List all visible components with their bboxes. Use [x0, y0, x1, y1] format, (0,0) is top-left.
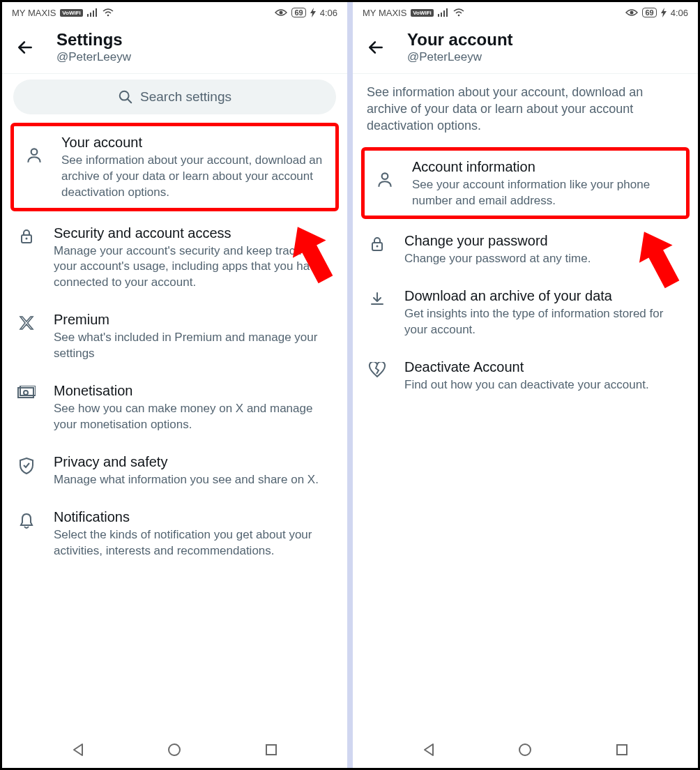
page-header: Settings @PeterLeeyw: [2, 23, 347, 74]
page-header: Your account @PeterLeeyw: [353, 23, 698, 74]
nav-back-button[interactable]: [417, 738, 441, 762]
annotation-highlight-box: Account information See your account inf…: [361, 147, 690, 220]
annotation-highlight-box: Your account See information about your …: [10, 123, 339, 211]
item-desc: See your account information like your p…: [412, 177, 680, 209]
settings-item-premium[interactable]: Premium See what's included in Premium a…: [2, 301, 347, 372]
arrow-left-icon: [16, 38, 34, 56]
x-logo-icon: [16, 315, 37, 331]
svg-rect-19: [446, 8, 448, 17]
svg-point-24: [376, 246, 379, 248]
person-icon: [24, 146, 45, 164]
page-title: Settings: [56, 30, 336, 50]
item-title: Privacy and safety: [54, 453, 333, 471]
download-icon: [367, 291, 388, 308]
clock-label: 4:06: [320, 8, 337, 18]
android-nav-bar: [353, 732, 698, 768]
svg-point-10: [26, 237, 28, 239]
wifi-icon: [102, 8, 114, 17]
annotation-arrow-icon: [634, 228, 683, 291]
nav-home-button[interactable]: [513, 738, 537, 762]
status-bar: MY MAXIS VoWiFi 69 4:06: [2, 2, 347, 23]
svg-point-8: [31, 149, 38, 155]
svg-rect-17: [441, 13, 442, 17]
bolt-icon: [661, 8, 667, 17]
search-placeholder: Search settings: [140, 89, 231, 105]
svg-rect-18: [443, 10, 445, 17]
search-icon: [118, 89, 133, 105]
carrier-label: MY MAXIS: [363, 8, 406, 18]
eye-icon: [275, 8, 287, 17]
back-button[interactable]: [13, 36, 37, 59]
battery-badge: 69: [291, 8, 305, 17]
status-bar: MY MAXIS VoWiFi 69 4:06: [353, 2, 698, 23]
page-subtitle: @PeterLeeyw: [407, 50, 687, 65]
heartbreak-icon: [367, 362, 388, 379]
settings-item-privacy[interactable]: Privacy and safety Manage what informati…: [2, 443, 347, 498]
svg-rect-16: [438, 14, 439, 17]
item-desc: See what's included in Premium and manag…: [54, 330, 333, 362]
svg-rect-1: [90, 13, 91, 17]
item-title: Notifications: [54, 508, 333, 526]
settings-item-monetisation[interactable]: Monetisation See how you can make money …: [2, 372, 347, 443]
screenshot-divider: [347, 2, 353, 768]
wifi-icon: [453, 8, 464, 17]
item-desc: Find out how you can deactivate your acc…: [404, 377, 684, 393]
signal-icon: [87, 8, 98, 17]
settings-item-your-account[interactable]: Your account See information about your …: [20, 133, 330, 201]
page-description: See information about your account, down…: [353, 74, 698, 144]
item-title: Your account: [61, 133, 330, 151]
item-title: Monetisation: [54, 382, 333, 400]
shield-check-icon: [16, 457, 37, 475]
nav-back-button[interactable]: [66, 738, 90, 762]
svg-point-22: [382, 173, 388, 179]
nav-recents-button[interactable]: [610, 738, 634, 762]
svg-rect-3: [96, 8, 97, 17]
vowifi-badge: VoWiFi: [411, 9, 433, 17]
nav-home-button[interactable]: [162, 738, 186, 762]
annotation-arrow-icon: [288, 223, 337, 286]
back-button[interactable]: [364, 36, 388, 59]
settings-list: Your account See information about your …: [2, 120, 347, 732]
item-title: Deactivate Account: [404, 358, 684, 376]
key-lock-icon: [367, 236, 388, 252]
phone-screenshot-right: MY MAXIS VoWiFi 69 4:06 Your account: [353, 2, 698, 768]
svg-rect-26: [617, 745, 627, 755]
bolt-icon: [310, 8, 316, 17]
svg-line-7: [128, 99, 131, 103]
svg-point-5: [280, 11, 283, 15]
svg-point-4: [107, 15, 109, 17]
item-title: Premium: [54, 310, 333, 329]
search-input[interactable]: Search settings: [13, 80, 336, 114]
item-desc: See how you can make money on X and mana…: [54, 401, 333, 433]
person-icon: [374, 170, 395, 188]
svg-point-25: [519, 744, 531, 755]
account-item-information[interactable]: Account information See your account inf…: [370, 158, 680, 209]
eye-icon: [625, 8, 638, 17]
item-desc: Get insights into the type of informatio…: [404, 306, 684, 338]
svg-point-21: [630, 11, 634, 15]
bell-icon: [16, 512, 37, 530]
signal-icon: [438, 8, 449, 17]
item-title: Account information: [412, 158, 680, 176]
lock-icon: [16, 228, 37, 245]
account-list: Account information See your account inf…: [353, 144, 698, 732]
svg-rect-2: [93, 10, 94, 17]
svg-point-20: [457, 15, 459, 17]
clock-label: 4:06: [671, 8, 688, 18]
vowifi-badge: VoWiFi: [60, 9, 82, 17]
arrow-left-icon: [367, 38, 385, 56]
svg-rect-0: [87, 14, 89, 17]
item-desc: See information about your account, down…: [61, 153, 330, 201]
account-item-deactivate[interactable]: Deactivate Account Find out how you can …: [353, 348, 698, 403]
money-icon: [16, 386, 37, 400]
svg-rect-15: [266, 745, 276, 755]
settings-item-notifications[interactable]: Notifications Select the kinds of notifi…: [2, 498, 347, 569]
svg-point-14: [169, 744, 180, 755]
battery-badge: 69: [642, 8, 656, 17]
nav-recents-button[interactable]: [259, 738, 283, 762]
phone-screenshot-left: MY MAXIS VoWiFi 69 4:06 Settings: [2, 2, 347, 768]
android-nav-bar: [2, 732, 347, 768]
page-title: Your account: [407, 30, 687, 50]
svg-rect-13: [20, 386, 36, 395]
carrier-label: MY MAXIS: [12, 8, 56, 18]
